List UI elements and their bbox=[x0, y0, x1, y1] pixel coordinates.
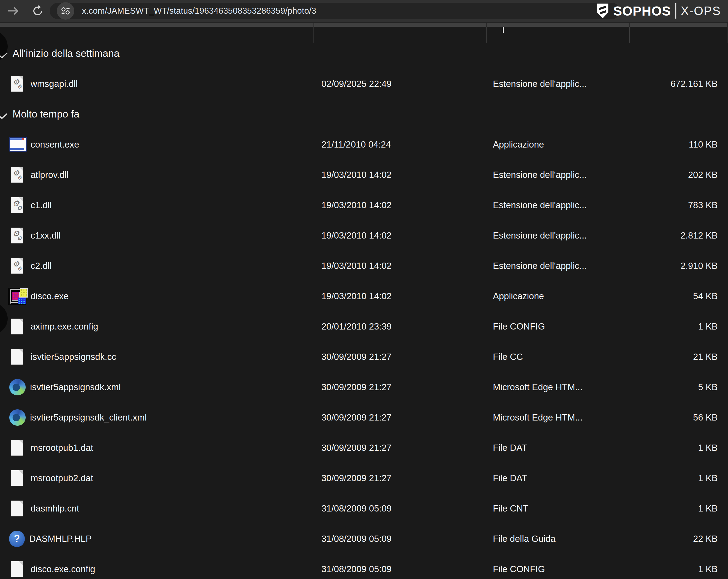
disco-app-icon bbox=[8, 288, 26, 305]
date-modified: 02/09/2025 22:49 bbox=[321, 79, 493, 89]
edge-html-icon bbox=[9, 409, 26, 426]
file-size: 1 KB bbox=[643, 564, 728, 574]
file-type: Estensione dell'applic... bbox=[493, 261, 643, 271]
file-size: 202 KB bbox=[643, 170, 728, 180]
file-name: c1.dll bbox=[31, 200, 52, 210]
file-type: File CONFIG bbox=[493, 564, 643, 574]
date-modified: 21/11/2010 04:24 bbox=[321, 140, 493, 150]
file-size: 110 KB bbox=[643, 140, 728, 150]
date-modified: 19/03/2010 14:02 bbox=[321, 291, 493, 301]
file-size: 783 KB bbox=[643, 200, 728, 210]
file-name: isvtier5appsignsdk.cc bbox=[31, 352, 116, 362]
chevron-down-icon[interactable] bbox=[0, 111, 8, 118]
group-header[interactable]: All'inizio della settimana bbox=[0, 38, 728, 69]
table-row[interactable]: isvtier5appsignsdk.xml 30/09/2009 21:27 … bbox=[0, 372, 728, 402]
file-size: 22 KB bbox=[643, 534, 728, 544]
file-type: Estensione dell'applic... bbox=[493, 79, 643, 89]
file-type: Estensione dell'applic... bbox=[493, 230, 643, 241]
file-name: isvtier5appsignsdk_client.xml bbox=[30, 412, 147, 423]
date-modified: 30/09/2009 21:27 bbox=[321, 382, 493, 393]
help-file-icon: ? bbox=[9, 531, 25, 547]
date-modified: 31/08/2009 05:09 bbox=[321, 534, 493, 544]
dll-icon: ⚙⚙ bbox=[8, 257, 26, 275]
document-icon bbox=[8, 470, 26, 487]
file-size: 21 KB bbox=[643, 352, 728, 362]
url-text[interactable]: x.com/JAMESWT_WT/status/1963463508353286… bbox=[82, 6, 316, 16]
dll-icon: ⚙⚙ bbox=[8, 197, 26, 214]
file-type: File CNT bbox=[493, 503, 643, 514]
watermark-divider bbox=[675, 3, 676, 19]
file-name: DASMHLP.HLP bbox=[29, 534, 92, 544]
file-type: File DAT bbox=[493, 443, 643, 453]
file-name: c2.dll bbox=[31, 261, 52, 271]
screenshot-root: { "browser": { "url": "x.com/JAMESWT_WT/… bbox=[0, 0, 728, 579]
sophos-wordmark: SOPHOS bbox=[613, 4, 671, 19]
table-row[interactable]: consent.exe 21/11/2010 04:24 Applicazion… bbox=[0, 129, 728, 159]
table-row[interactable]: ⚙⚙ wmsgapi.dll 02/09/2025 22:49 Estensio… bbox=[0, 69, 728, 99]
reload-button[interactable] bbox=[31, 4, 45, 18]
date-modified: 31/08/2009 05:09 bbox=[321, 564, 493, 574]
date-modified: 19/03/2010 14:02 bbox=[321, 230, 493, 241]
column-divider bbox=[629, 23, 630, 27]
file-name: consent.exe bbox=[31, 140, 79, 150]
sophos-xops-watermark: SOPHOS X-OPS bbox=[596, 2, 721, 20]
file-type: File della Guida bbox=[493, 534, 643, 544]
file-size: 1 KB bbox=[643, 503, 728, 514]
table-row[interactable]: ⚙⚙ c1xx.dll 19/03/2010 14:02 Estensione … bbox=[0, 220, 728, 251]
file-type: Microsoft Edge HTM... bbox=[493, 412, 643, 423]
table-row[interactable]: aximp.exe.config 20/01/2010 23:39 File C… bbox=[0, 311, 728, 342]
forward-button[interactable] bbox=[6, 4, 20, 18]
table-row[interactable]: ⚙⚙ atlprov.dll 19/03/2010 14:02 Estensio… bbox=[0, 159, 728, 190]
column-divider bbox=[313, 23, 314, 27]
file-size: 1 KB bbox=[643, 321, 728, 332]
document-icon bbox=[8, 500, 26, 517]
column-divider bbox=[727, 23, 728, 27]
group-label: Molto tempo fa bbox=[12, 108, 79, 120]
file-size: 54 KB bbox=[643, 291, 728, 301]
file-type: File CONFIG bbox=[493, 321, 643, 332]
file-name: disco.exe.config bbox=[31, 564, 95, 574]
file-size: 1 KB bbox=[643, 473, 728, 483]
document-icon bbox=[8, 348, 26, 366]
table-row[interactable]: ⚙⚙ c2.dll 19/03/2010 14:02 Estensione de… bbox=[0, 251, 728, 281]
explorer-header-band bbox=[0, 23, 728, 27]
file-name: aximp.exe.config bbox=[31, 321, 98, 332]
chevron-down-icon[interactable] bbox=[0, 50, 8, 57]
column-divider bbox=[486, 23, 487, 27]
table-row[interactable]: dasmhlp.cnt 31/08/2009 05:09 File CNT 1 … bbox=[0, 493, 728, 524]
header-text-remnant bbox=[503, 27, 504, 33]
file-type: Applicazione bbox=[493, 140, 643, 150]
table-row[interactable]: disco.exe 19/03/2010 14:02 Applicazione … bbox=[0, 281, 728, 311]
file-type: Microsoft Edge HTM... bbox=[493, 382, 643, 393]
document-icon bbox=[8, 560, 26, 578]
application-window-icon bbox=[8, 136, 26, 153]
file-name: dasmhlp.cnt bbox=[31, 503, 79, 514]
table-row[interactable]: isvtier5appsignsdk_client.xml 30/09/2009… bbox=[0, 402, 728, 432]
edge-html-icon bbox=[9, 379, 26, 395]
table-row[interactable]: ? DASMHLP.HLP 31/08/2009 05:09 File dell… bbox=[0, 524, 728, 554]
address-bar[interactable]: x.com/JAMESWT_WT/status/1963463508353286… bbox=[50, 3, 620, 19]
file-type: Estensione dell'applic... bbox=[493, 170, 643, 180]
date-modified: 30/09/2009 21:27 bbox=[321, 473, 493, 483]
file-size: 672.161 KB bbox=[643, 79, 728, 89]
table-row[interactable]: ⚙⚙ c1.dll 19/03/2010 14:02 Estensione de… bbox=[0, 190, 728, 220]
file-size: 2.812 KB bbox=[643, 230, 728, 241]
file-name: c1xx.dll bbox=[31, 230, 61, 241]
file-type: File CC bbox=[493, 352, 643, 362]
file-size: 5 KB bbox=[643, 382, 728, 393]
table-row[interactable]: isvtier5appsignsdk.cc 30/09/2009 21:27 F… bbox=[0, 342, 728, 372]
table-row[interactable]: disco.exe.config 31/08/2009 05:09 File C… bbox=[0, 554, 728, 579]
group-header[interactable]: Molto tempo fa bbox=[0, 99, 728, 129]
forward-arrow-icon bbox=[7, 6, 19, 16]
table-row[interactable]: msrootpub2.dat 30/09/2009 21:27 File DAT… bbox=[0, 463, 728, 493]
reload-icon bbox=[32, 5, 44, 17]
file-name: atlprov.dll bbox=[31, 170, 69, 180]
table-row[interactable]: msrootpub1.dat 30/09/2009 21:27 File DAT… bbox=[0, 432, 728, 463]
date-modified: 31/08/2009 05:09 bbox=[321, 503, 493, 514]
date-modified: 19/03/2010 14:02 bbox=[321, 261, 493, 271]
file-name: msrootpub1.dat bbox=[31, 443, 93, 453]
file-name: wmsgapi.dll bbox=[31, 79, 78, 89]
sophos-shield-icon bbox=[596, 3, 609, 19]
site-permissions-button[interactable] bbox=[57, 2, 74, 20]
document-icon bbox=[8, 318, 26, 335]
